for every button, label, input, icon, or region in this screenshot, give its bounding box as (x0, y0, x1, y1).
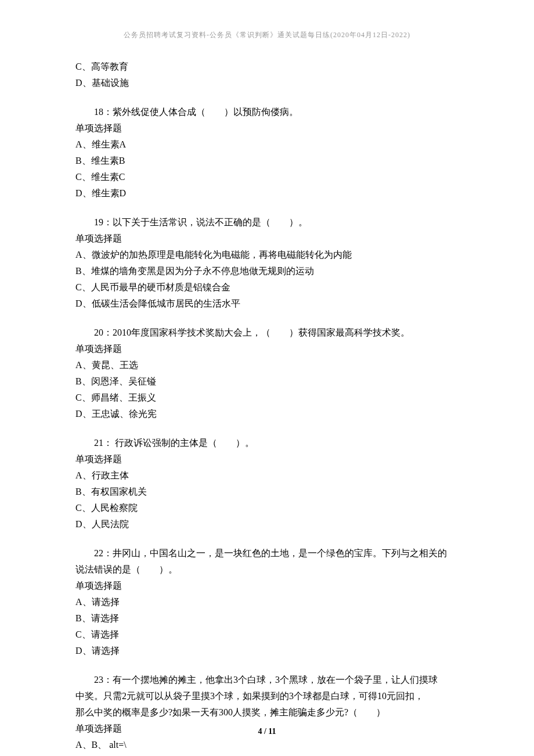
option-item: B、有权国家机关 (75, 484, 459, 500)
question-stem-continued: 说法错误的是（ ）。 (75, 561, 459, 578)
question-type: 单项选择题 (75, 451, 459, 467)
option-item: D、王忠诚、徐光宪 (75, 406, 459, 422)
option-item: A、维生素A (75, 136, 459, 153)
option-item: A、B、 alt=\ (75, 737, 459, 753)
option-item: D、请选择 (75, 643, 459, 659)
question-type: 单项选择题 (75, 578, 459, 594)
option-item: A、微波炉的加热原理是电能转化为电磁能，再将电磁能转化为内能 (75, 247, 459, 263)
option-item: A、行政主体 (75, 467, 459, 484)
option-item: C、高等教育 (75, 59, 459, 75)
option-item: B、维生素B (75, 153, 459, 169)
option-item: B、闵恩泽、吴征镒 (75, 373, 459, 390)
option-item: A、请选择 (75, 594, 459, 610)
option-item: C、请选择 (75, 627, 459, 643)
question-type: 单项选择题 (75, 120, 459, 136)
option-item: A、黄昆、王选 (75, 357, 459, 373)
question-stem-continued: 中奖。只需2元就可以从袋子里摸3个球，如果摸到的3个球都是白球，可得10元回扣， (75, 688, 459, 704)
question-type: 单项选择题 (75, 341, 459, 357)
page-number: 4 / 11 (0, 725, 534, 739)
option-item: C、维生素C (75, 169, 459, 185)
option-item: D、维生素D (75, 185, 459, 201)
option-item: B、堆煤的墙角变黑是因为分子永不停息地做无规则的运动 (75, 263, 459, 279)
option-item: D、低碳生活会降低城市居民的生活水平 (75, 296, 459, 312)
question-stem: 19：以下关于生活常识，说法不正确的是（ ）。 (75, 214, 459, 231)
question-stem: 18：紫外线促使人体合成（ ）以预防佝偻病。 (75, 104, 459, 120)
option-item: C、人民检察院 (75, 500, 459, 516)
question-type: 单项选择题 (75, 231, 459, 247)
option-item: B、请选择 (75, 610, 459, 627)
page-header: 公务员招聘考试复习资料-公务员《常识判断》通关试题每日练(2020年04月12日… (75, 29, 459, 41)
option-item: D、基础设施 (75, 75, 459, 91)
question-stem: 23：有一个摆地摊的摊主，他拿出3个白球，3个黑球，放在一个袋子里，让人们摸球 (75, 672, 459, 688)
option-item: C、人民币最早的硬币材质是铝镍合金 (75, 279, 459, 296)
question-stem-continued: 那么中奖的概率是多少?如果一天有300人摸奖，摊主能骗走多少元?（ ） (75, 704, 459, 721)
option-item: C、师昌绪、王振义 (75, 390, 459, 406)
option-item: D、人民法院 (75, 516, 459, 532)
question-stem: 22：井冈山，中国名山之一，是一块红色的土地，是一个绿色的宝库。下列与之相关的 (75, 545, 459, 561)
question-stem: 20：2010年度国家科学技术奖励大会上，（ ）获得国家最高科学技术奖。 (75, 325, 459, 341)
document-content: C、高等教育 D、基础设施 18：紫外线促使人体合成（ ）以预防佝偻病。 单项选… (75, 59, 459, 753)
question-stem: 21： 行政诉讼强制的主体是（ ）。 (75, 435, 459, 451)
